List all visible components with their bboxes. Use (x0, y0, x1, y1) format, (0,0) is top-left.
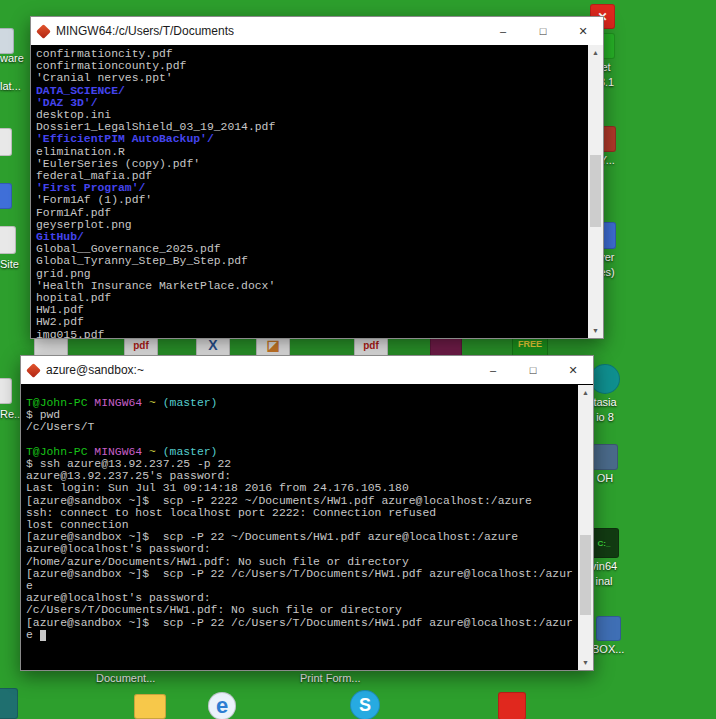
terminal-text: img015.pdf (36, 329, 104, 338)
terminal-line: 'Cranial nerves.ppt' (36, 72, 586, 84)
terminal-text: 'First Program'/ (36, 182, 145, 194)
terminal-text: (master) (163, 397, 218, 409)
terminal-line: ssh: connect to host localhost port 2222… (26, 507, 576, 519)
terminal-text: azure@localhost's password: (26, 543, 211, 555)
app-vbox[interactable]: BOX... (592, 616, 624, 656)
label-lat-label: lat... (0, 80, 21, 93)
app-camtasia-label: tasia (593, 396, 616, 409)
taskbar-folder-icon (134, 694, 166, 719)
icon-partial-doc[interactable] (0, 128, 12, 156)
terminal-text: confirmationcity.pdf (36, 48, 173, 60)
terminal-line: T@John-PC MINGW64 ~ (master) (26, 397, 576, 409)
terminal-text: azure@13.92.237.25's password: (26, 470, 231, 482)
taskbar-red[interactable] (498, 692, 526, 719)
close-button[interactable]: ✕ (563, 17, 603, 45)
app-cygwin-terminal-label: inal (595, 575, 612, 588)
icon-partial-re[interactable] (0, 378, 12, 404)
terminal-line: img015.pdf (36, 329, 586, 338)
terminal-text: T@John-PC (26, 446, 94, 458)
scroll-thumb[interactable] (590, 155, 601, 227)
label-document[interactable]: Document... (96, 672, 155, 685)
taskbar-ie[interactable]: e (208, 692, 236, 719)
terminal-text: T@John-PC (26, 397, 94, 409)
taskbar-ie-icon: e (208, 692, 236, 719)
terminal-line: [azure@sandbox ~]$ scp -P 22 /c/Users/T/… (26, 568, 576, 580)
terminal-text: Dossier1_LegalShield_03_19_2014.pdf (36, 121, 275, 133)
terminal-line: hopital.pdf (36, 292, 586, 304)
scrollbar[interactable]: ▲ ▼ (578, 385, 593, 670)
app-oh[interactable]: OH (592, 444, 618, 485)
icon-partial-top-left-icon (0, 28, 14, 54)
terminal-area: confirmationcity.pdfconfirmationcounty.p… (31, 45, 603, 338)
titlebar-azure[interactable]: azure@sandbox:~ – □ ✕ (21, 356, 593, 384)
app-camtasia[interactable]: tasiaio 8 (590, 364, 620, 424)
scroll-thumb[interactable] (580, 535, 591, 615)
label-lat[interactable]: lat... (0, 80, 21, 93)
icon-partial-re-icon (0, 378, 12, 404)
icon-site[interactable] (0, 226, 16, 254)
app-cygwin-terminal-label: vin64 (591, 560, 617, 573)
scroll-up-icon[interactable]: ▲ (588, 45, 603, 60)
titlebar-mingw64[interactable]: MINGW64:/c/Users/T/Documents – □ ✕ (31, 17, 603, 45)
icon-partial-doc-icon (0, 128, 12, 156)
terminal-line: [azure@sandbox ~]$ scp -P 22 /c/Users/T/… (26, 617, 576, 629)
terminal-text: elimination.R (36, 146, 125, 158)
icon-teal-corner[interactable] (0, 688, 18, 719)
terminal-area: T@John-PC MINGW64 ~ (master)$ pwd/c/User… (21, 385, 593, 670)
terminal-text: MINGW64 (94, 446, 149, 458)
icon-teal-corner-icon (0, 688, 18, 719)
window-title: MINGW64:/c/Users/T/Documents (56, 24, 234, 38)
terminal-line: Dossier1_LegalShield_03_19_2014.pdf (36, 121, 586, 133)
taskbar-skype[interactable]: S (350, 690, 380, 719)
terminal-text: lost connection (26, 519, 129, 531)
terminal-text: geyserplot.png (36, 219, 132, 231)
terminal-line: 'EfficientPIM AutoBackup'/ (36, 133, 586, 145)
terminal-output-azure[interactable]: T@John-PC MINGW64 ~ (master)$ pwd/c/User… (21, 385, 578, 670)
terminal-line: desktop.ini (36, 109, 586, 121)
terminal-line: Global_Tyranny_Step_By_Step.pdf (36, 255, 586, 267)
terminal-line: confirmationcounty.pdf (36, 60, 586, 72)
scroll-down-icon[interactable]: ▼ (588, 323, 603, 338)
terminal-line: T@John-PC MINGW64 ~ (master) (26, 446, 576, 458)
terminal-text: 'EulerSeries (copy).pdf' (36, 158, 200, 170)
terminal-line: elimination.R (36, 146, 586, 158)
close-button[interactable]: ✕ (553, 356, 593, 384)
terminal-line: [azure@sandbox ~]$ scp -P 22 ~/Documents… (26, 531, 576, 543)
terminal-text: 'DAZ 3D'/ (36, 97, 98, 109)
terminal-text: federal_mafia.pdf (36, 170, 152, 182)
terminal-line: azure@localhost's password: (26, 592, 576, 604)
terminal-text: ~ (149, 397, 163, 409)
terminal-text: Form1Af.pdf (36, 207, 111, 219)
maximize-button[interactable]: □ (513, 356, 553, 384)
scrollbar[interactable]: ▲ ▼ (588, 45, 603, 338)
terminal-line: grid.png (36, 268, 586, 280)
label-site[interactable]: Site (0, 258, 19, 271)
terminal-text: 'Form1Af (1).pdf' (36, 194, 152, 206)
label-print-form[interactable]: Print Form... (300, 672, 361, 685)
gitbash-app-icon (26, 363, 41, 378)
terminal-line: HW2.pdf (36, 316, 586, 328)
terminal-text: azure@localhost's password: (26, 592, 211, 604)
terminal-line: azure@13.92.237.25's password: (26, 470, 576, 482)
terminal-text: $ ssh azure@13.92.237.25 -p 22 (26, 458, 231, 470)
minimize-button[interactable]: – (473, 356, 513, 384)
app-camtasia-label: io 8 (596, 411, 614, 424)
icon-partial-top-left[interactable] (0, 28, 14, 54)
terminal-output-mingw64[interactable]: confirmationcity.pdfconfirmationcounty.p… (31, 45, 588, 338)
minimize-button[interactable]: – (483, 17, 523, 45)
scroll-down-icon[interactable]: ▼ (578, 655, 593, 670)
scroll-up-icon[interactable]: ▲ (578, 385, 593, 400)
taskbar-folder[interactable] (134, 694, 166, 719)
icon-partial-blue[interactable] (0, 183, 12, 209)
terminal-text: /c/Users/T/Documents/HW1.pdf: No such fi… (26, 604, 402, 616)
label-ware[interactable]: ware (0, 52, 24, 65)
terminal-line: $ ssh azure@13.92.237.25 -p 22 (26, 458, 576, 470)
terminal-line: [azure@sandbox ~]$ scp -P 2222 ~/Documen… (26, 495, 576, 507)
terminal-text: Global__Governance_2025.pdf (36, 243, 221, 255)
maximize-button[interactable]: □ (523, 17, 563, 45)
terminal-line: GitHub/ (36, 231, 586, 243)
terminal-line (26, 434, 576, 446)
terminal-text: e (26, 580, 33, 592)
icon-partial-blue-icon (0, 183, 12, 209)
terminal-line: lost connection (26, 519, 576, 531)
